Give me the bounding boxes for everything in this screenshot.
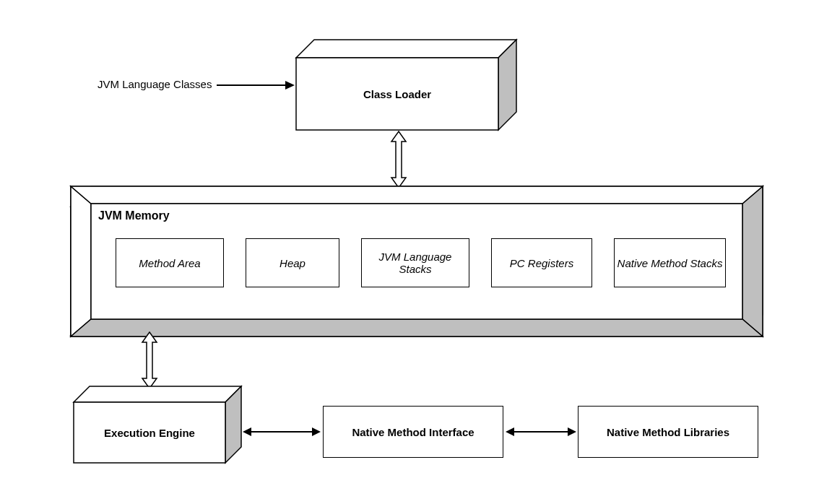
svg-marker-14 [742,186,763,336]
svg-marker-24 [312,427,321,436]
native-stacks-box: Native Method Stacks [614,238,726,287]
svg-marker-1 [285,81,295,90]
jvm-language-classes-label: JVM Language Classes [98,78,212,90]
jvm-stacks-label: JVM Language Stacks [362,251,469,275]
native-method-interface-box: Native Method Interface [323,406,503,458]
native-stacks-label: Native Method Stacks [618,257,723,269]
native-method-libraries-label: Native Method Libraries [607,426,729,438]
svg-marker-5 [391,131,406,188]
svg-marker-13 [71,186,91,336]
execution-engine-label: Execution Engine [74,402,225,463]
arrow-classloader-memory [390,131,407,189]
svg-marker-26 [506,427,514,436]
svg-marker-27 [568,427,576,436]
svg-marker-15 [71,186,763,204]
pc-registers-label: PC Registers [510,257,573,269]
jvm-stacks-box: JVM Language Stacks [361,238,469,287]
jvm-memory-title: JVM Memory [98,209,170,222]
svg-marker-2 [296,40,516,58]
arrow-exec-native-interface [243,426,322,440]
native-method-libraries-box: Native Method Libraries [578,406,758,458]
native-method-interface-label: Native Method Interface [352,426,474,438]
svg-marker-16 [71,319,763,336]
method-area-box: Method Area [116,238,224,287]
heap-label: Heap [280,257,306,269]
pc-registers-box: PC Registers [491,238,592,287]
svg-marker-23 [243,427,251,436]
arrow-memory-execution [141,332,158,390]
heap-box: Heap [246,238,339,287]
svg-marker-18 [142,332,157,388]
arrow-input-to-classloader [217,79,296,94]
class-loader-label: Class Loader [296,58,498,130]
svg-marker-19 [74,386,241,402]
arrow-nmi-libraries [506,426,578,440]
method-area-label: Method Area [139,257,200,269]
